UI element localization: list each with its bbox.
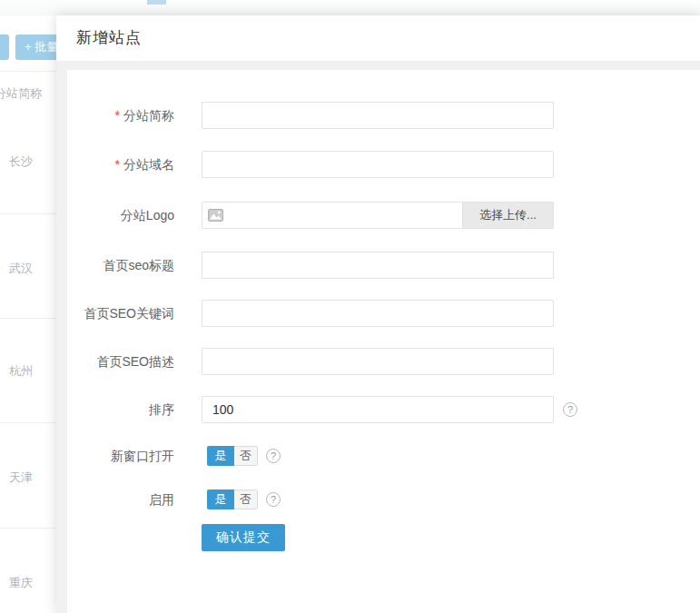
site-name-input[interactable] <box>202 102 554 129</box>
drawer-title: 新增站点 <box>76 15 142 61</box>
help-icon[interactable]: ? <box>266 449 281 463</box>
sort-order-input[interactable] <box>202 396 554 423</box>
form-row-seo-title: 首页seo标题 <box>67 252 700 279</box>
help-icon[interactable]: ? <box>563 402 577 417</box>
choose-upload-button[interactable]: 选择上传... <box>462 203 553 228</box>
form-row-seo-description: 首页SEO描述 <box>67 348 700 375</box>
seo-keywords-input[interactable] <box>202 300 554 327</box>
screen: + 批量 分站简称 长沙 武汉 杭州 天津 重庆 新增站点 *分站简称 *分站域… <box>0 0 700 613</box>
site-domain-input[interactable] <box>202 151 554 178</box>
toggle-option-no[interactable]: 否 <box>234 446 258 466</box>
form-card: *分站简称 *分站域名 分站Logo 选择上传... <box>67 70 700 613</box>
field-label: 首页seo标题 <box>67 252 174 279</box>
image-placeholder-icon <box>208 209 223 222</box>
field-label: *分站简称 <box>67 102 174 129</box>
form-row-enabled: 启用 是 否 ? <box>67 489 700 509</box>
logo-upload-field[interactable]: 选择上传... <box>202 202 554 229</box>
field-label: 排序 <box>67 396 174 423</box>
form-row-site-domain: *分站域名 <box>67 151 700 178</box>
drawer-header: 新增站点 <box>56 15 700 61</box>
new-window-toggle[interactable]: 是 否 <box>207 446 258 466</box>
toggle-option-yes[interactable]: 是 <box>207 489 234 509</box>
help-icon[interactable]: ? <box>266 492 281 507</box>
field-label: 新窗口打开 <box>67 446 174 466</box>
field-label: 首页SEO描述 <box>67 348 174 375</box>
confirm-submit-button[interactable]: 确认提交 <box>202 524 285 551</box>
form-row-seo-keywords: 首页SEO关键词 <box>67 300 700 327</box>
required-asterisk: * <box>115 108 120 123</box>
form-row-new-window: 新窗口打开 是 否 ? <box>67 446 700 466</box>
seo-title-input[interactable] <box>202 252 554 279</box>
field-label: 启用 <box>67 489 174 509</box>
form-row-site-name: *分站简称 <box>67 102 700 129</box>
toggle-option-no[interactable]: 否 <box>234 489 258 509</box>
form-row-site-logo: 分站Logo 选择上传... <box>67 202 700 229</box>
field-label: 分站Logo <box>67 202 174 229</box>
field-label: *分站域名 <box>67 151 174 178</box>
required-asterisk: * <box>115 157 120 172</box>
field-label: 首页SEO关键词 <box>67 300 174 327</box>
toggle-option-yes[interactable]: 是 <box>207 446 234 466</box>
form-row-sort: 排序 ? <box>67 396 700 423</box>
add-site-drawer: 新增站点 *分站简称 *分站域名 分站Logo <box>56 15 700 613</box>
seo-description-input[interactable] <box>202 348 554 375</box>
enabled-toggle[interactable]: 是 否 <box>207 489 258 509</box>
